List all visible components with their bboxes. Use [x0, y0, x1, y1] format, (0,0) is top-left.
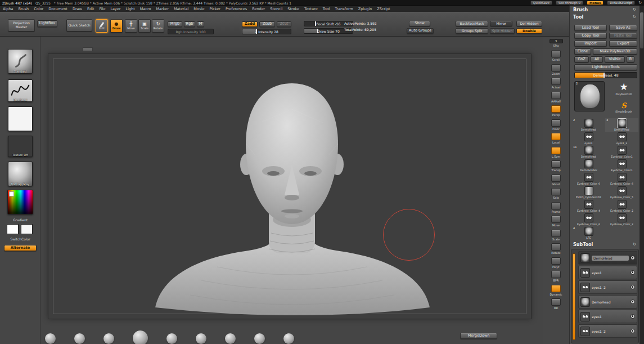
tool-thumbnail[interactable]: 3 DemoHead	[605, 118, 638, 132]
recent-tool-thumbnail[interactable]	[166, 333, 177, 344]
tool-thumbnail[interactable]: Eyebrow_Color_4	[572, 199, 605, 213]
subtool-item[interactable]: eyes1_2	[578, 280, 637, 294]
visibility-eye-icon[interactable]	[631, 256, 635, 260]
move-button[interactable]: ╋ Move	[125, 19, 137, 33]
color-picker[interactable]	[7, 190, 33, 215]
shelf-button[interactable]: Floor	[551, 119, 561, 131]
menu-item[interactable]: Alpha	[3, 7, 13, 11]
tool-palette-title[interactable]: Tool	[573, 15, 583, 20]
shelf-button[interactable]: Rotate	[551, 243, 561, 254]
stroke-type-thumbnail[interactable]: FreeHand	[8, 79, 33, 102]
tool-thumbnail[interactable]: eyes1	[572, 132, 605, 145]
canvas-area[interactable]: MergeDown	[40, 37, 543, 344]
subtool-section-title[interactable]: SubTool	[573, 242, 593, 247]
quicksave-button[interactable]: QuickSave	[530, 1, 552, 5]
paste-tool-button[interactable]: Paste Tool	[609, 33, 637, 39]
menu-item[interactable]: Transform	[335, 7, 353, 11]
recent-tool-thumbnail[interactable]	[74, 333, 85, 344]
brush-palette-title[interactable]: Brush	[573, 7, 588, 12]
make-polymesh3d-button[interactable]: Make PolyMesh3D	[593, 48, 637, 55]
menu-item[interactable]: Brush	[18, 7, 29, 11]
menu-item[interactable]: Color	[34, 7, 43, 11]
tool-thumbnail[interactable]: 2 DemoHead	[572, 118, 605, 132]
tool-thumbnail[interactable]: Eyebrow_Color_2	[605, 199, 638, 213]
shelf-button[interactable]: Transp	[551, 160, 561, 172]
alternate-button[interactable]: Alternate	[4, 245, 37, 251]
gradient-label[interactable]: Gradient	[0, 218, 40, 222]
tool-thumbnail[interactable]: Eyebrow_Color_6	[572, 172, 605, 186]
tool-thumbnail[interactable]: Eyebrow_Color1	[605, 145, 638, 159]
menu-item[interactable]: File	[100, 7, 106, 11]
menu-item[interactable]: Zplugin	[358, 7, 372, 11]
mirror-button[interactable]: Mirror	[490, 21, 512, 26]
zsub-button[interactable]: Zsub	[259, 21, 275, 27]
menus-toggle-button[interactable]: Menus	[587, 1, 604, 5]
projection-master-button[interactable]: Projection Master	[8, 19, 35, 32]
spix-slider[interactable]: 3 SPix	[550, 39, 563, 47]
tool-reload-icon[interactable]: ↻	[633, 15, 636, 19]
texture-thumbnail[interactable]: Texture Off	[8, 136, 33, 157]
panel-scrollbar[interactable]	[640, 6, 644, 344]
split-hidden-button[interactable]: Split Hidden	[490, 28, 515, 34]
tool-thumbnail[interactable]: Eyebrow_Color_6	[572, 213, 605, 226]
shelf-button[interactable]: Actual	[551, 78, 561, 89]
tool-thumbnail[interactable]: Eyebrow_Color1	[605, 159, 638, 172]
recent-tool-thumbnail[interactable]	[225, 333, 236, 344]
clone-button[interactable]: Clone	[574, 48, 591, 55]
main-color-swatch[interactable]	[7, 224, 19, 234]
m-button[interactable]: M	[197, 21, 204, 27]
recent-tool-thumbnail[interactable]	[196, 333, 206, 344]
scale-button[interactable]: ▣ Scale	[138, 19, 151, 33]
menu-item[interactable]: Render	[252, 7, 265, 11]
visibility-eye-icon[interactable]	[631, 270, 635, 275]
menu-item[interactable]: Draw	[73, 7, 82, 11]
tool-thumbnail[interactable]: Eyebrow_Color_2	[605, 213, 638, 226]
titlebar-reload-icon[interactable]: ↻	[638, 1, 642, 5]
goz-r-button[interactable]: R	[627, 56, 634, 62]
rgb-intensity-slider[interactable]: Rgb Intensity 100	[168, 29, 214, 34]
zcut-button[interactable]: Zcut	[277, 21, 291, 27]
mrgb-button[interactable]: Mrgb	[168, 21, 182, 27]
menu-item[interactable]: Macro	[140, 7, 151, 11]
shelf-button[interactable]: Scale	[551, 230, 561, 241]
tool-thumbnail[interactable]: Eyebrow_Color_5	[605, 186, 638, 199]
subtool-item[interactable]: DemoHead	[578, 295, 637, 309]
visibility-eye-icon[interactable]	[631, 329, 635, 333]
menu-item[interactable]: Texture	[304, 7, 318, 11]
visibility-eye-icon[interactable]	[631, 285, 635, 289]
load-tool-button[interactable]: Load Tool	[574, 25, 607, 31]
lightbox-button[interactable]: LightBox	[37, 20, 57, 27]
recent-tool-thumbnail[interactable]	[254, 333, 265, 344]
tool-thumbnail[interactable]: 11 DemoHead	[572, 145, 605, 159]
menu-item[interactable]: Tool	[323, 7, 330, 11]
material-thumbnail[interactable]: MatCap Gray	[8, 162, 33, 186]
show-button[interactable]: Show	[409, 21, 430, 26]
subtool-item[interactable]: eyes1	[578, 266, 637, 279]
menu-item[interactable]: Picker	[210, 7, 220, 11]
sculpt-model-demohead[interactable]	[48, 54, 532, 320]
menu-item[interactable]: Document	[48, 7, 67, 11]
export-button[interactable]: Export	[609, 41, 637, 47]
goz-button[interactable]: GoZ	[574, 56, 589, 62]
shelf-button[interactable]: PolyF	[551, 257, 561, 269]
brush-reload-icon[interactable]: ↻	[633, 7, 636, 12]
tool-thumbnail[interactable]: 4 LFE	[572, 226, 605, 240]
tool-thumbnail[interactable]: Eyebrow_Color_6	[605, 172, 638, 186]
shelf-button[interactable]: Dynamic	[550, 285, 562, 296]
visibility-eye-icon[interactable]	[631, 314, 635, 319]
save-as-button[interactable]: Save As	[609, 25, 637, 31]
menu-item[interactable]: ZScript	[377, 7, 390, 11]
menu-item[interactable]: Marker	[156, 7, 168, 11]
see-through-slider[interactable]: See-through 0	[556, 1, 583, 5]
edit-button[interactable]: Edit	[96, 19, 108, 33]
recent-tool-thumbnail[interactable]	[283, 333, 294, 344]
shelf-button[interactable]: Scroll	[551, 50, 561, 61]
default-zscript-button[interactable]: DefaultZScript	[607, 1, 635, 5]
secondary-color-swatch[interactable]	[21, 224, 33, 234]
copy-tool-button[interactable]: Copy Tool	[574, 33, 607, 39]
shelf-button[interactable]: HD	[551, 298, 561, 310]
quick-sketch-button[interactable]: Quick Sketch	[66, 19, 92, 32]
shelf-button[interactable]: Persp	[551, 105, 561, 117]
document-tab[interactable]	[83, 47, 93, 51]
subtool-item[interactable]: eyes1	[578, 310, 637, 323]
